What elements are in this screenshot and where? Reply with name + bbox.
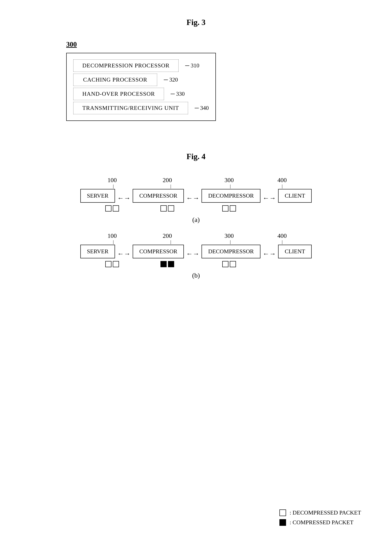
pkt-compressor-2b [168,261,174,267]
node-decompressor-a: DECOMPRESSOR [202,189,260,203]
decompressor-box-a: DECOMPRESSOR [202,189,260,203]
fig3-decompression-processor: DECOMPRESSION PROCESSOR [73,59,179,72]
client-box-a: CLIENT [278,189,312,203]
ref-200-b: 200 [163,232,172,239]
pkt-server-1b [105,261,112,267]
right-arrow-1a: → [124,194,130,202]
ref-100-a: 100 [107,177,117,184]
fig3-row-330: HAND-OVER PROCESSOR ─ 330 [73,88,209,100]
legend-row-filled: : COMPRESSED PACKET [280,519,361,526]
left-arrow-3b: ← [263,250,269,257]
node-compressor-b: COMPRESSOR [133,245,184,258]
pkt-server-2b [113,261,119,267]
fig3-container: 300 DECOMPRESSION PROCESSOR ─ 310 CACHIN… [66,40,365,121]
right-arrow-2a: → [193,194,199,202]
right-arrow-3b: → [269,250,276,257]
legend-row-empty: : DECOMPRESSED PACKET [280,509,361,516]
right-arrow-3a: → [269,194,276,202]
diagram-label-b: (b) [27,272,365,279]
fig4-diagram-b: 100 200 300 400 [27,232,365,279]
right-arrow-1b: → [124,250,130,257]
client-box-b: CLIENT [278,245,312,258]
pkt-decompressor-1b [222,261,228,267]
node-compressor-a: COMPRESSOR [133,189,184,203]
fig3-row-320: CACHING PROCESSOR ─ 320 [73,74,209,86]
left-arrow-3a: ← [263,194,269,202]
fig3-label: 300 [66,40,77,48]
compressor-box-b: COMPRESSOR [133,245,184,258]
fig4-title: Fig. 4 [27,152,365,161]
pkt-server-2a [113,205,119,211]
tick-400-a [282,185,282,188]
node-decompressor-b: DECOMPRESSOR [202,245,260,258]
node-server-b: SERVER [80,245,115,258]
fig3-row-340: TRANSMITTING/RECEIVING UNIT ─ 340 [73,102,209,114]
server-box-a: SERVER [80,189,115,203]
fig4-diagram-a: 100 200 300 400 [27,177,365,224]
arrow-2-a: ← → [186,190,199,202]
tick-200-a [171,185,171,188]
pkt-compressor-1a [161,205,167,211]
left-arrow-2b: ← [186,250,193,257]
fig3-handover-processor: HAND-OVER PROCESSOR [73,88,164,100]
fig3-caching-processor: CACHING PROCESSOR [73,74,157,86]
fig3-ref-340: ─ 340 [195,105,209,111]
arrow-3-b: ← → [263,246,276,257]
ref-100-b: 100 [107,232,117,239]
node-client-b: CLIENT [278,245,312,258]
ref-300-b: 300 [224,232,234,239]
pkt-decompressor-1a [222,205,228,211]
legend-label-decompressed: : DECOMPRESSED PACKET [290,509,361,516]
fig3-box: DECOMPRESSION PROCESSOR ─ 310 CACHING PR… [66,53,216,121]
arrow-1-b: ← → [117,246,130,257]
pkt-compressor-2a [168,205,174,211]
arrow-2-b: ← → [186,246,199,257]
ref-400-b: 400 [277,232,287,239]
left-arrow-1a: ← [117,194,124,202]
right-arrow-2b: → [193,250,199,257]
node-server-a: SERVER [80,189,115,203]
left-arrow-1b: ← [117,250,124,257]
fig3-ref-310: ─ 310 [185,62,199,69]
legend-icon-decompressed [280,509,286,516]
ref-400-a: 400 [277,177,287,184]
tick-400-b [282,240,282,244]
tick-100-a [113,185,113,188]
tick-100-b [113,240,113,244]
pkt-decompressor-2b [230,261,236,267]
diagram-label-a: (a) [27,216,365,224]
tick-300-b [230,240,231,244]
compressor-box-a: COMPRESSOR [133,189,184,203]
left-arrow-2a: ← [186,194,193,202]
fig3-title: Fig. 3 [27,18,365,27]
tick-200-b [171,240,171,244]
legend-icon-compressed [280,519,286,526]
node-client-a: CLIENT [278,189,312,203]
server-box-b: SERVER [80,245,115,258]
fig3-row-310: DECOMPRESSION PROCESSOR ─ 310 [73,59,209,72]
legend: : DECOMPRESSED PACKET : COMPRESSED PACKE… [280,509,361,529]
pkt-compressor-1b [161,261,167,267]
pkt-decompressor-2a [230,205,236,211]
ref-200-a: 200 [163,177,172,184]
fig3-tx-rx-unit: TRANSMITTING/RECEIVING UNIT [73,102,188,114]
pkt-server-1a [105,205,112,211]
fig3-ref-320: ─ 320 [164,76,178,83]
arrow-1-a: ← → [117,190,130,202]
arrow-3-a: ← → [263,190,276,202]
legend-label-compressed: : COMPRESSED PACKET [290,519,353,526]
fig3-ref-330: ─ 330 [171,91,185,97]
tick-300-a [230,185,231,188]
decompressor-box-b: DECOMPRESSOR [202,245,260,258]
ref-300-a: 300 [224,177,234,184]
